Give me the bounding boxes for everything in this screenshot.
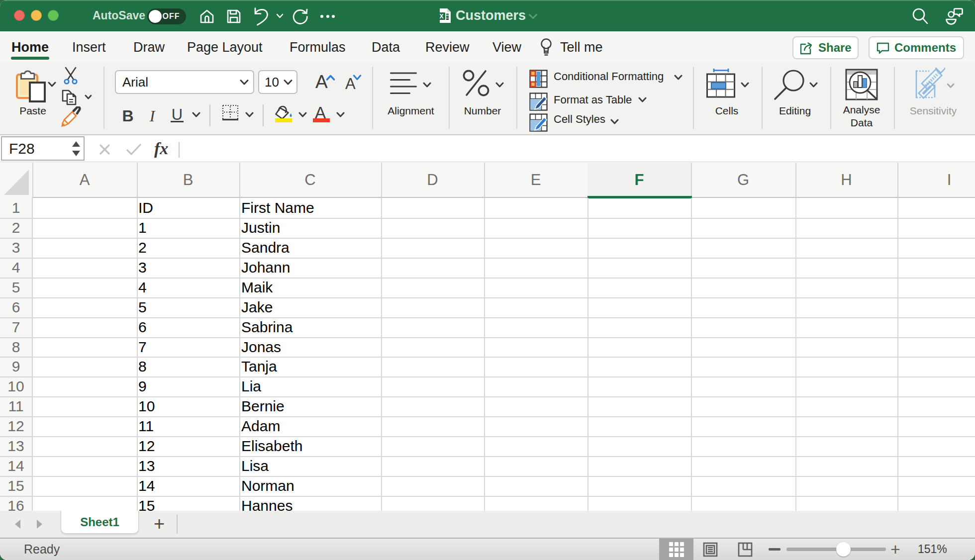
svg-text:X: X bbox=[439, 13, 443, 20]
